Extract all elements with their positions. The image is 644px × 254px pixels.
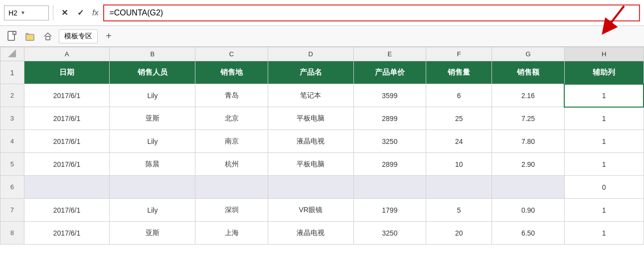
cell-6-g[interactable] <box>492 176 564 199</box>
cell-3-e[interactable]: 2899 <box>353 107 426 130</box>
cell-7-h[interactable]: 1 <box>564 199 644 222</box>
cell-3-b[interactable]: 亚斯 <box>110 107 195 130</box>
cell-7-c[interactable]: 深圳 <box>195 199 268 222</box>
add-sheet-button[interactable]: + <box>102 29 116 43</box>
table-row: 82017/6/1亚斯上海液晶电视3250206.501 <box>0 222 644 245</box>
cell-7-d[interactable]: VR眼镜 <box>268 199 353 222</box>
cell-7-b[interactable]: Lily <box>110 199 195 222</box>
cell-4-h[interactable]: 1 <box>564 130 644 153</box>
cell-2-h[interactable]: 1 <box>564 84 644 107</box>
home-icon[interactable] <box>41 29 55 43</box>
col-header-f[interactable]: F <box>426 47 492 61</box>
cell-5-c[interactable]: 杭州 <box>195 153 268 176</box>
cell-6-h[interactable]: 0 <box>564 176 644 199</box>
cell-4-row_num[interactable]: 4 <box>0 130 24 153</box>
cell-8-c[interactable]: 上海 <box>195 222 268 245</box>
header-cell-b[interactable]: 销售人员 <box>110 61 195 84</box>
header-cell-row_num[interactable]: 1 <box>0 61 24 84</box>
header-cell-h[interactable]: 辅助列 <box>564 61 644 84</box>
cell-6-row_num[interactable]: 6 <box>0 176 24 199</box>
cell-reference-box[interactable]: H2 ▼ <box>4 5 49 20</box>
cell-4-d[interactable]: 液晶电视 <box>268 130 353 153</box>
cell-8-b[interactable]: 亚斯 <box>110 222 195 245</box>
cell-5-a[interactable]: 2017/6/1 <box>24 153 110 176</box>
new-file-icon[interactable] <box>5 29 19 43</box>
cell-7-f[interactable]: 5 <box>426 199 492 222</box>
col-header-b[interactable]: B <box>110 47 195 61</box>
cell-8-f[interactable]: 20 <box>426 222 492 245</box>
cell-6-b[interactable] <box>110 176 195 199</box>
svg-rect-5 <box>46 36 50 40</box>
cell-5-h[interactable]: 1 <box>564 153 644 176</box>
cell-3-a[interactable]: 2017/6/1 <box>24 107 110 130</box>
cell-3-h[interactable]: 1 <box>564 107 644 130</box>
svg-marker-6 <box>8 49 16 57</box>
cell-5-row_num[interactable]: 5 <box>0 153 24 176</box>
cell-3-c[interactable]: 北京 <box>195 107 268 130</box>
cell-8-a[interactable]: 2017/6/1 <box>24 222 110 245</box>
cell-4-b[interactable]: Lily <box>110 130 195 153</box>
svg-rect-4 <box>26 34 34 40</box>
cell-4-c[interactable]: 南京 <box>195 130 268 153</box>
col-header-g[interactable]: G <box>492 47 564 61</box>
formula-input[interactable]: =COUNTA(G2) <box>103 4 640 21</box>
cell-2-d[interactable]: 笔记本 <box>268 84 353 107</box>
header-cell-f[interactable]: 销售量 <box>426 61 492 84</box>
col-header-h[interactable]: H <box>564 47 644 61</box>
formula-divider <box>53 5 53 20</box>
cell-7-e[interactable]: 1799 <box>353 199 426 222</box>
cell-2-row_num[interactable]: 2 <box>0 84 24 107</box>
cell-6-f[interactable] <box>426 176 492 199</box>
cell-3-d[interactable]: 平板电脑 <box>268 107 353 130</box>
cancel-button[interactable]: ✕ <box>57 6 71 20</box>
cell-3-g[interactable]: 7.25 <box>492 107 564 130</box>
cell-3-f[interactable]: 25 <box>426 107 492 130</box>
header-cell-d[interactable]: 产品名 <box>268 61 353 84</box>
data-header-row: 1日期销售人员销售地产品名产品单价销售量销售额辅助列 <box>0 61 644 84</box>
col-header-c[interactable]: C <box>195 47 268 61</box>
cell-2-g[interactable]: 2.16 <box>492 84 564 107</box>
cell-8-g[interactable]: 6.50 <box>492 222 564 245</box>
cell-6-d[interactable] <box>268 176 353 199</box>
cell-2-c[interactable]: 青岛 <box>195 84 268 107</box>
cell-5-f[interactable]: 10 <box>426 153 492 176</box>
cell-5-d[interactable]: 平板电脑 <box>268 153 353 176</box>
header-cell-c[interactable]: 销售地 <box>195 61 268 84</box>
cell-7-row_num[interactable]: 7 <box>0 199 24 222</box>
cell-7-g[interactable]: 0.90 <box>492 199 564 222</box>
col-header-d[interactable]: D <box>268 47 353 61</box>
cell-2-f[interactable]: 6 <box>426 84 492 107</box>
fx-label: fx <box>92 8 98 17</box>
cell-8-d[interactable]: 液晶电视 <box>268 222 353 245</box>
cell-2-e[interactable]: 3599 <box>353 84 426 107</box>
cell-8-e[interactable]: 3250 <box>353 222 426 245</box>
toolbar: 模板专区 + <box>0 26 644 47</box>
corner-cell <box>0 47 24 61</box>
open-file-icon[interactable] <box>23 29 37 43</box>
cell-6-a[interactable] <box>24 176 110 199</box>
cell-2-b[interactable]: Lily <box>110 84 195 107</box>
cell-4-f[interactable]: 24 <box>426 130 492 153</box>
cell-6-e[interactable] <box>353 176 426 199</box>
col-header-a[interactable]: A <box>24 47 110 61</box>
column-header-row: A B C D E F G H <box>0 47 644 61</box>
cell-5-b[interactable]: 陈晨 <box>110 153 195 176</box>
cell-2-a[interactable]: 2017/6/1 <box>24 84 110 107</box>
cell-4-e[interactable]: 3250 <box>353 130 426 153</box>
header-cell-e[interactable]: 产品单价 <box>353 61 426 84</box>
cell-4-g[interactable]: 7.80 <box>492 130 564 153</box>
cell-8-h[interactable]: 1 <box>564 222 644 245</box>
cell-5-g[interactable]: 2.90 <box>492 153 564 176</box>
cell-ref-dropdown-icon[interactable]: ▼ <box>20 10 25 15</box>
col-header-e[interactable]: E <box>353 47 426 61</box>
header-cell-a[interactable]: 日期 <box>24 61 110 84</box>
cell-7-a[interactable]: 2017/6/1 <box>24 199 110 222</box>
cell-5-e[interactable]: 2899 <box>353 153 426 176</box>
header-cell-g[interactable]: 销售额 <box>492 61 564 84</box>
confirm-button[interactable]: ✓ <box>73 6 87 20</box>
cell-8-row_num[interactable]: 8 <box>0 222 24 245</box>
cell-6-c[interactable] <box>195 176 268 199</box>
cell-3-row_num[interactable]: 3 <box>0 107 24 130</box>
template-button[interactable]: 模板专区 <box>59 29 98 43</box>
cell-4-a[interactable]: 2017/6/1 <box>24 130 110 153</box>
